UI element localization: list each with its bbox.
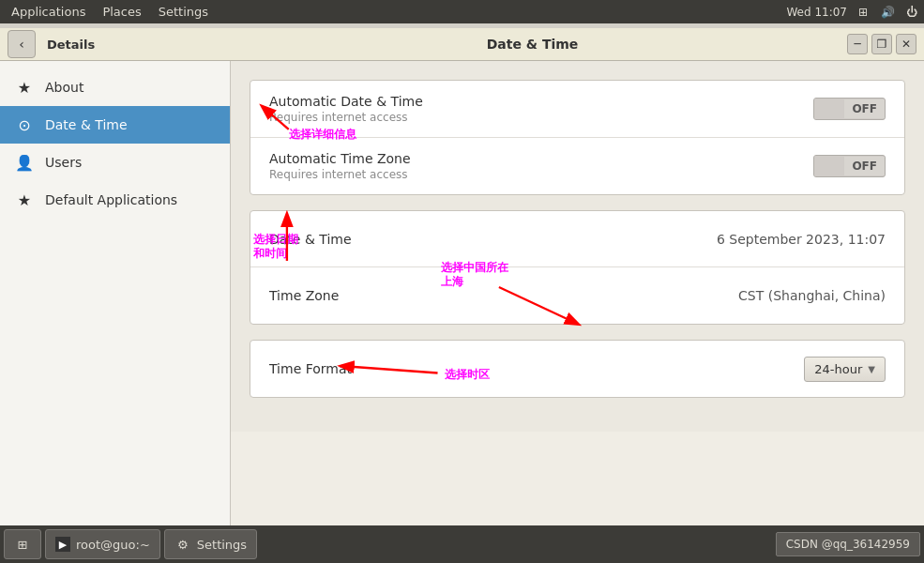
taskbar: ⊞ ▶ root@guo:~ ⚙ Settings CSDN @qq_36142… bbox=[0, 525, 924, 563]
auto-date-time-label: Automatic Date & Time bbox=[269, 94, 813, 109]
csdn-label: CSDN @qq_36142959 bbox=[776, 532, 920, 556]
datetime-icon: ⊙ bbox=[15, 115, 34, 134]
minimize-button[interactable]: ─ bbox=[847, 34, 868, 54]
desktop-icon: ⊞ bbox=[14, 536, 31, 553]
back-button[interactable]: ‹ bbox=[8, 30, 36, 58]
sidebar-item-users[interactable]: 👤 Users bbox=[0, 144, 230, 181]
menubar-right: Wed 11:07 ⊞ 🔊 ⏻ bbox=[786, 4, 920, 21]
close-button[interactable]: ✕ bbox=[896, 34, 916, 54]
auto-timezone-label-group: Automatic Time Zone Requires internet ac… bbox=[269, 151, 813, 181]
window-titlebar: ‹ Details Date & Time ─ ❐ ✕ bbox=[0, 28, 924, 61]
auto-timezone-row: Automatic Time Zone Requires internet ac… bbox=[250, 138, 904, 194]
show-desktop-button[interactable]: ⊞ bbox=[4, 529, 41, 559]
auto-timezone-toggle[interactable]: OFF bbox=[813, 155, 886, 177]
auto-date-time-row: Automatic Date & Time Requires internet … bbox=[250, 81, 904, 138]
time-format-dropdown[interactable]: 24-hour ▼ bbox=[804, 357, 886, 382]
top-menubar: Applications Places Settings Wed 11:07 ⊞… bbox=[0, 0, 924, 23]
timezone-label-group: Time Zone bbox=[269, 288, 738, 303]
sidebar-default-apps-label: Default Applications bbox=[45, 192, 177, 207]
auto-date-time-toggle[interactable]: OFF bbox=[813, 98, 886, 120]
settings-taskbar-icon: ⚙ bbox=[174, 536, 191, 553]
window-title: Date & Time bbox=[235, 37, 830, 52]
auto-settings-section: Automatic Date & Time Requires internet … bbox=[250, 80, 905, 195]
sidebar-item-date-time[interactable]: ⊙ Date & Time bbox=[0, 106, 230, 144]
window-controls: ─ ❐ ✕ bbox=[847, 34, 916, 54]
current-date-row: Date & Time 6 September 2023, 11:07 bbox=[250, 211, 904, 267]
toggle-label-2: OFF bbox=[844, 157, 885, 175]
maximize-button[interactable]: ❐ bbox=[871, 34, 892, 54]
current-date-label-group: Date & Time bbox=[269, 232, 717, 247]
terminal-button[interactable]: ▶ root@guo:~ bbox=[45, 529, 160, 559]
terminal-label: root@guo:~ bbox=[76, 538, 150, 552]
taskbar-right: CSDN @qq_36142959 bbox=[776, 532, 920, 556]
users-icon: 👤 bbox=[15, 153, 34, 172]
clock-display: Wed 11:07 bbox=[786, 6, 847, 19]
time-format-label-group: Time Format bbox=[269, 361, 804, 376]
time-format-label: Time Format bbox=[269, 361, 804, 376]
sidebar-about-label: About bbox=[45, 80, 83, 95]
time-format-section: Time Format 24-hour ▼ bbox=[250, 340, 905, 398]
toggle-track-2 bbox=[814, 156, 844, 176]
sidebar-users-label: Users bbox=[45, 155, 82, 170]
time-format-value: 24-hour bbox=[814, 362, 862, 376]
sidebar-item-about[interactable]: ★ About bbox=[0, 68, 230, 106]
content-wrapper: Automatic Date & Time Requires internet … bbox=[231, 61, 924, 525]
dropdown-arrow-icon: ▼ bbox=[868, 364, 875, 374]
default-apps-icon: ★ bbox=[15, 190, 34, 209]
sidebar: ★ About ⊙ Date & Time 👤 Users ★ Default … bbox=[0, 61, 231, 525]
about-icon: ★ bbox=[15, 78, 34, 97]
volume-icon[interactable]: 🔊 bbox=[879, 4, 896, 21]
current-date-value: 6 September 2023, 11:07 bbox=[717, 232, 886, 247]
datetime-info-section: Date & Time 6 September 2023, 11:07 Time… bbox=[250, 210, 905, 325]
panel-title: Details bbox=[47, 38, 95, 52]
terminal-icon: ▶ bbox=[55, 537, 70, 552]
sidebar-datetime-label: Date & Time bbox=[45, 117, 128, 132]
toggle-label: OFF bbox=[844, 99, 885, 118]
current-date-label: Date & Time bbox=[269, 232, 717, 247]
settings-taskbar-button[interactable]: ⚙ Settings bbox=[164, 529, 257, 559]
sidebar-item-default-apps[interactable]: ★ Default Applications bbox=[0, 181, 230, 219]
auto-timezone-sublabel: Requires internet access bbox=[269, 168, 813, 181]
timezone-label: Time Zone bbox=[269, 288, 738, 303]
auto-date-time-sublabel: Requires internet access bbox=[269, 111, 813, 124]
menu-places[interactable]: Places bbox=[95, 3, 148, 21]
timezone-row: Time Zone CST (Shanghai, China) bbox=[250, 267, 904, 324]
main-content: Automatic Date & Time Requires internet … bbox=[231, 61, 924, 432]
menu-applications[interactable]: Applications bbox=[4, 3, 93, 21]
menubar-left: Applications Places Settings bbox=[4, 3, 216, 21]
settings-window: ‹ Details Date & Time ─ ❐ ✕ ★ About ⊙ Da… bbox=[0, 28, 924, 525]
auto-date-time-label-group: Automatic Date & Time Requires internet … bbox=[269, 94, 813, 124]
timezone-value: CST (Shanghai, China) bbox=[738, 288, 886, 303]
auto-timezone-label: Automatic Time Zone bbox=[269, 151, 813, 166]
power-icon[interactable]: ⏻ bbox=[903, 4, 920, 21]
time-format-row: Time Format 24-hour ▼ bbox=[250, 341, 904, 397]
settings-taskbar-label: Settings bbox=[197, 538, 247, 552]
network-icon[interactable]: ⊞ bbox=[855, 4, 871, 21]
toggle-track bbox=[814, 99, 844, 119]
menu-settings[interactable]: Settings bbox=[151, 3, 216, 21]
window-body: ★ About ⊙ Date & Time 👤 Users ★ Default … bbox=[0, 61, 924, 525]
